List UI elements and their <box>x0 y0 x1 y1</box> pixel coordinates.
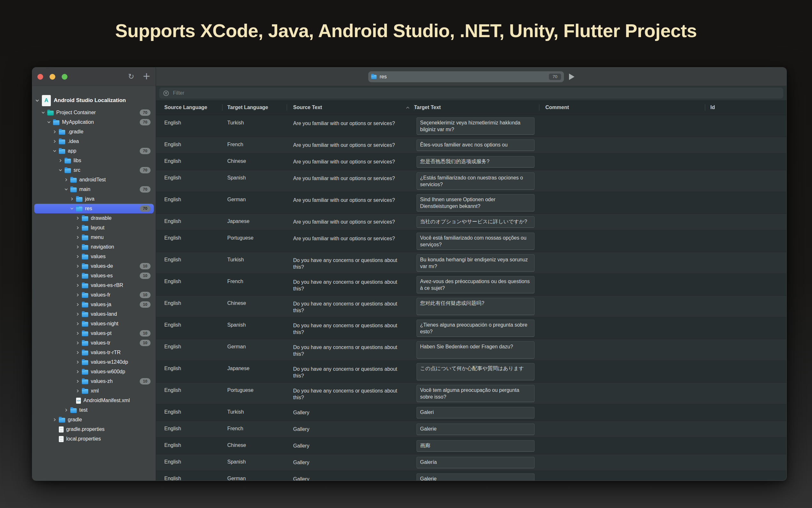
tree-item--idea[interactable]: .idea <box>34 137 154 146</box>
chevron-right-icon[interactable] <box>76 312 79 316</box>
chevron-right-icon[interactable] <box>76 226 79 229</box>
target-text-input[interactable]: Seçeneklerimiz veya hizmetlerimiz hakkın… <box>417 117 534 135</box>
chevron-right-icon[interactable] <box>70 197 74 201</box>
table-row[interactable]: EnglishSpanishAre you familiar with our … <box>156 170 786 192</box>
tree-item-values-es-rbr[interactable]: values-es-rBR <box>34 281 154 290</box>
refresh-icon[interactable]: ↻ <box>128 73 134 80</box>
target-text-input[interactable]: Você tem alguma preocupação ou pergunta … <box>417 385 534 402</box>
comment-cell[interactable] <box>539 318 705 339</box>
tree-item-gradle[interactable]: gradle <box>34 415 154 424</box>
chevron-right-icon[interactable] <box>76 351 79 354</box>
comment-cell[interactable] <box>539 115 705 137</box>
filter-input[interactable] <box>172 90 779 96</box>
table-row[interactable]: EnglishTurkishGalleryGaleri <box>156 405 786 421</box>
table-row[interactable]: EnglishSpanishDo you have any concerns o… <box>156 318 786 339</box>
target-text-input[interactable]: この点について何か心配事や質問はあります <box>417 363 534 380</box>
tree-item-navigation[interactable]: navigation <box>34 242 154 252</box>
target-text-input[interactable]: Avez-vous des préoccupations ou des ques… <box>417 276 534 293</box>
tree-item-xml[interactable]: xml <box>34 386 154 396</box>
comment-cell[interactable] <box>539 454 705 471</box>
table-row[interactable]: EnglishPortugueseDo you have any concern… <box>156 383 786 405</box>
table-row[interactable]: EnglishChineseAre you familiar with our … <box>156 154 786 170</box>
comment-cell[interactable] <box>539 252 705 273</box>
target-text-input[interactable]: Bu konuda herhangi bir endişeniz veya so… <box>417 254 534 271</box>
comment-cell[interactable] <box>539 214 705 230</box>
tree-item-values-tr[interactable]: values-tr10 <box>34 338 154 348</box>
target-text-input[interactable]: 画廊 <box>417 440 534 452</box>
chevron-down-icon[interactable] <box>53 150 56 153</box>
comment-cell[interactable] <box>539 230 705 252</box>
target-text-input[interactable]: Galería <box>417 457 534 468</box>
target-text-input[interactable]: Êtes-vous familier avec nos options ou <box>417 139 534 151</box>
table-row[interactable]: EnglishTurkishAre you familiar with our … <box>156 115 786 137</box>
table-row[interactable]: EnglishJapaneseDo you have any concerns … <box>156 361 786 383</box>
target-text-input[interactable]: Você está familiarizado com nossas opçõe… <box>417 232 534 250</box>
comment-cell[interactable] <box>539 339 705 361</box>
target-text-input[interactable]: ¿Tienes alguna preocupación o pregunta s… <box>417 320 534 337</box>
tree-item-values[interactable]: values <box>34 252 154 261</box>
table-row[interactable]: EnglishGermanGalleryGalerie <box>156 471 786 480</box>
tree-item-values-tr-rtr[interactable]: values-tr-rTR <box>34 348 154 357</box>
table-row[interactable]: EnglishSpanishGalleryGalería <box>156 454 786 471</box>
target-text-input[interactable]: 您是否熟悉我们的选项或服务? <box>417 156 534 168</box>
tree-item-values-es[interactable]: values-es10 <box>34 271 154 281</box>
chevron-right-icon[interactable] <box>64 178 68 181</box>
chevron-right-icon[interactable] <box>58 159 62 162</box>
comment-cell[interactable] <box>539 154 705 170</box>
table-row[interactable]: EnglishChineseGallery画廊 <box>156 438 786 454</box>
sort-ascending-icon[interactable] <box>406 107 410 109</box>
tree-item-myapplication[interactable]: MyApplication70 <box>34 117 154 127</box>
tree-item-test[interactable]: test <box>34 405 154 415</box>
target-text-input[interactable]: Haben Sie Bedenken oder Fragen dazu? <box>417 341 534 358</box>
comment-cell[interactable] <box>539 438 705 454</box>
tree-item-values-de[interactable]: values-de10 <box>34 261 154 271</box>
chevron-right-icon[interactable] <box>76 361 79 364</box>
tree-item-local-properties[interactable]: local.properties <box>34 434 154 444</box>
tree-item-values-land[interactable]: values-land <box>34 309 154 319</box>
comment-cell[interactable] <box>539 383 705 404</box>
tree-item-values-zh[interactable]: values-zh10 <box>34 377 154 386</box>
chevron-down-icon[interactable] <box>70 207 74 210</box>
path-field[interactable]: res 70 <box>368 71 564 82</box>
target-text-input[interactable]: Galeri <box>417 407 534 418</box>
chevron-right-icon[interactable] <box>76 284 79 287</box>
comment-cell[interactable] <box>539 170 705 192</box>
target-text-input[interactable]: 当社のオプションやサービスに詳しいですか? <box>417 216 534 228</box>
add-icon[interactable]: + <box>143 71 151 81</box>
chevron-right-icon[interactable] <box>76 274 79 278</box>
table-row[interactable]: EnglishPortugueseAre you familiar with o… <box>156 230 786 252</box>
chevron-right-icon[interactable] <box>76 389 79 392</box>
minimize-window-button[interactable] <box>50 74 55 80</box>
close-window-button[interactable] <box>37 74 43 80</box>
tree-item-java[interactable]: java <box>34 194 154 204</box>
comment-cell[interactable] <box>539 296 705 317</box>
chevron-right-icon[interactable] <box>76 293 79 297</box>
tree-item-src[interactable]: src70 <box>34 165 154 175</box>
comment-cell[interactable] <box>539 137 705 153</box>
chevron-right-icon[interactable] <box>76 264 79 268</box>
chevron-right-icon[interactable] <box>76 245 79 249</box>
chevron-right-icon[interactable] <box>76 217 79 220</box>
tree-item-values-w1240dp[interactable]: values-w1240dp <box>34 357 154 367</box>
chevron-right-icon[interactable] <box>76 322 79 325</box>
table-row[interactable]: EnglishTurkishDo you have any concerns o… <box>156 252 786 274</box>
chevron-right-icon[interactable] <box>76 255 79 258</box>
target-text-input[interactable]: ¿Estás familiarizado con nuestras opcion… <box>417 172 534 190</box>
chevron-right-icon[interactable] <box>53 140 56 143</box>
tree-item-menu[interactable]: menu <box>34 232 154 242</box>
target-text-input[interactable]: Galerie <box>417 473 534 480</box>
chevron-right-icon[interactable] <box>53 418 56 421</box>
chevron-down-icon[interactable] <box>58 169 62 172</box>
tree-item-values-fr[interactable]: values-fr10 <box>34 290 154 300</box>
tree-item-project-container[interactable]: Project Container70 <box>34 108 154 117</box>
chevron-down-icon[interactable] <box>36 99 39 102</box>
run-button[interactable] <box>569 74 574 80</box>
tree-item-res[interactable]: res70 <box>34 204 154 213</box>
chevron-right-icon[interactable] <box>64 409 68 412</box>
table-row[interactable]: EnglishFrenchGalleryGalerie <box>156 421 786 438</box>
table-row[interactable]: EnglishGermanDo you have any concerns or… <box>156 339 786 361</box>
table-row[interactable]: EnglishFrenchDo you have any concerns or… <box>156 274 786 296</box>
chevron-right-icon[interactable] <box>76 370 79 373</box>
zoom-window-button[interactable] <box>62 74 67 80</box>
chevron-down-icon[interactable] <box>64 188 68 191</box>
